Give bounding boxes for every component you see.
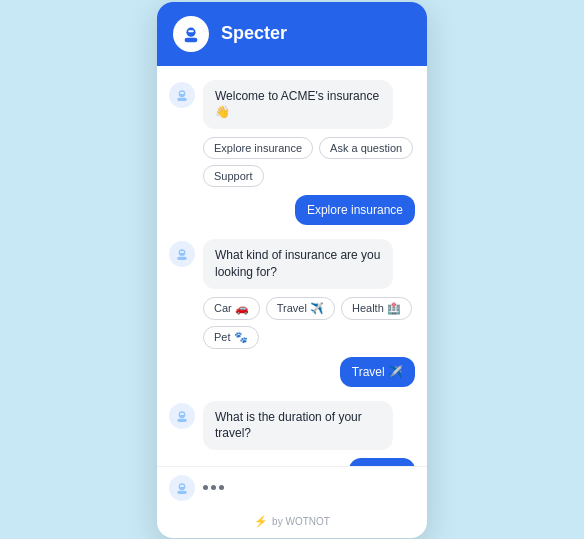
chip-ask-question[interactable]: Ask a question — [319, 137, 413, 159]
message-group-1: Welcome to ACME's insurance 👋 Explore in… — [169, 80, 415, 226]
user-reply-row-2: Travel ✈️ — [169, 357, 415, 387]
svg-rect-7 — [177, 257, 186, 260]
bot-message-row-1: Welcome to ACME's insurance 👋 — [169, 80, 415, 130]
bot-avatar-1 — [169, 82, 195, 108]
svg-point-9 — [179, 411, 186, 418]
typing-dot-2 — [211, 485, 216, 490]
chip-pet[interactable]: Pet 🐾 — [203, 326, 259, 349]
user-reply-row-1: Explore insurance — [169, 195, 415, 225]
message-group-2: What kind of insurance are you looking f… — [169, 239, 415, 387]
chat-footer — [157, 466, 427, 509]
header-bot-avatar — [173, 16, 209, 52]
message-group-3: What is the duration of your travel? 30 … — [169, 401, 415, 466]
svg-rect-14 — [180, 485, 184, 486]
chip-travel[interactable]: Travel ✈️ — [266, 297, 335, 320]
chat-window: Specter Welcome to ACME's insurance 👋 Ex… — [157, 2, 427, 538]
svg-rect-4 — [177, 97, 186, 100]
powered-by-bar: ⚡ by WOTNOT — [157, 509, 427, 538]
svg-rect-8 — [180, 251, 184, 252]
bot-message-row-3: What is the duration of your travel? — [169, 401, 415, 451]
lightning-icon: ⚡ — [254, 515, 268, 528]
svg-rect-11 — [180, 413, 184, 414]
svg-rect-1 — [185, 37, 198, 42]
chat-body: Welcome to ACME's insurance 👋 Explore in… — [157, 66, 427, 466]
bot-small-icon-1 — [174, 87, 190, 103]
bot-small-icon-2 — [174, 246, 190, 262]
bot-avatar-2 — [169, 241, 195, 267]
header-title: Specter — [221, 23, 287, 44]
chip-support[interactable]: Support — [203, 165, 264, 187]
footer-bot-icon — [174, 480, 190, 496]
chip-health[interactable]: Health 🏥 — [341, 297, 412, 320]
bot-bubble-3: What is the duration of your travel? — [203, 401, 393, 451]
chips-row-1: Explore insurance Ask a question Support — [169, 137, 415, 187]
bot-message-row-2: What kind of insurance are you looking f… — [169, 239, 415, 289]
svg-point-3 — [179, 90, 186, 97]
chips-row-2: Car 🚗 Travel ✈️ Health 🏥 Pet 🐾 — [169, 297, 415, 349]
powered-by-text: by WOTNOT — [272, 516, 330, 527]
chip-car[interactable]: Car 🚗 — [203, 297, 260, 320]
svg-point-12 — [179, 483, 186, 490]
chip-explore-insurance[interactable]: Explore insurance — [203, 137, 313, 159]
svg-rect-5 — [180, 92, 184, 93]
svg-rect-2 — [188, 30, 194, 32]
svg-rect-10 — [177, 418, 186, 421]
footer-bot-avatar — [169, 475, 195, 501]
svg-rect-13 — [177, 490, 186, 493]
bot-icon — [180, 23, 202, 45]
bot-bubble-1: Welcome to ACME's insurance 👋 — [203, 80, 393, 130]
bot-bubble-2: What kind of insurance are you looking f… — [203, 239, 393, 289]
user-bubble-2: Travel ✈️ — [340, 357, 415, 387]
bot-avatar-3 — [169, 403, 195, 429]
typing-dot-1 — [203, 485, 208, 490]
typing-indicator — [203, 485, 224, 490]
user-bubble-1: Explore insurance — [295, 195, 415, 225]
typing-dot-3 — [219, 485, 224, 490]
user-bubble-3: 30 days — [349, 458, 415, 465]
bot-small-icon-3 — [174, 408, 190, 424]
svg-point-0 — [186, 27, 195, 36]
user-reply-row-3: 30 days — [169, 458, 415, 465]
chat-header: Specter — [157, 2, 427, 66]
